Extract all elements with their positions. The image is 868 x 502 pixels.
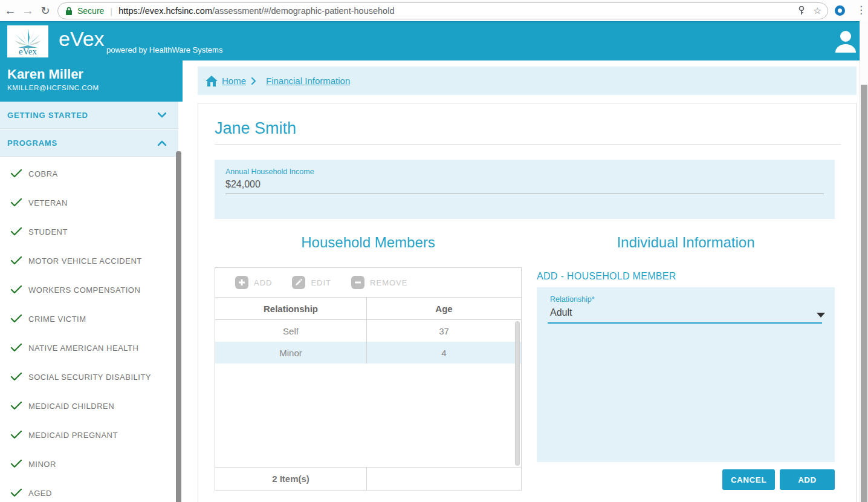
income-input-underline xyxy=(225,194,824,194)
extension-icon[interactable] xyxy=(835,5,845,16)
user-account-icon[interactable] xyxy=(833,28,858,57)
sidebar-scrollbar-thumb[interactable] xyxy=(176,151,181,502)
user-email: KMILLER@HCFSINC.COM xyxy=(7,84,175,91)
password-key-icon[interactable] xyxy=(798,6,805,16)
breadcrumb-chevron-icon xyxy=(251,77,256,85)
check-icon xyxy=(10,315,23,323)
income-input[interactable]: $24,000 xyxy=(225,179,261,190)
add-household-member-subtitle: ADD - HOUSEHOLD MEMBER xyxy=(537,271,676,282)
remove-button-label: REMOVE xyxy=(370,278,407,287)
dropdown-arrow-icon[interactable] xyxy=(817,313,825,318)
screen: ← → ↻ Secure | https://evex.hcfsinc.com/… xyxy=(0,0,868,502)
sidebar: Karen Miller KMILLER@HCFSINC.COM GETTING… xyxy=(0,60,183,502)
user-name: Karen Miller xyxy=(7,67,175,82)
content-card: Jane Smith Annual Household Income $24,0… xyxy=(198,103,857,502)
sidebar-section-programs[interactable]: PROGRAMS xyxy=(0,129,178,157)
sidebar-item-crime-victim[interactable]: CRIME VICTIM xyxy=(0,304,175,333)
add-button[interactable]: ADD xyxy=(780,469,835,490)
sidebar-item-motor-vehicle-accident[interactable]: MOTOR VEHICLE ACCIDENT xyxy=(0,246,175,275)
program-label: MEDICAID CHILDREN xyxy=(28,402,114,411)
item-count: 2 Item(s) xyxy=(215,468,367,490)
add-member-button[interactable]: ADD xyxy=(235,276,272,289)
sidebar-item-medicaid-pregnant[interactable]: MEDICAID PREGNANT xyxy=(0,420,175,449)
sidebar-item-workers-compensation[interactable]: WORKERS COMPENSATION xyxy=(0,275,175,304)
relationship-label: Relationship* xyxy=(550,295,595,304)
section-label: PROGRAMS xyxy=(7,139,57,148)
sidebar-section-getting-started[interactable]: GETTING STARTED xyxy=(0,102,178,129)
program-label: STUDENT xyxy=(28,227,68,236)
chevron-up-icon xyxy=(158,140,166,146)
cell-relationship: Minor xyxy=(215,342,367,363)
minus-icon xyxy=(351,276,364,289)
program-label: MOTOR VEHICLE ACCIDENT xyxy=(28,256,142,266)
sidebar-item-minor[interactable]: MINOR xyxy=(0,449,175,478)
lock-icon xyxy=(65,7,73,16)
svg-text:eVex: eVex xyxy=(19,47,37,56)
cell-age: 37 xyxy=(367,320,521,342)
check-icon xyxy=(10,256,23,265)
home-icon[interactable] xyxy=(206,76,218,86)
sidebar-item-medicaid-children[interactable]: MEDICAID CHILDREN xyxy=(0,391,175,420)
sidebar-item-native-american-health[interactable]: NATIVE AMERICAN HEALTH xyxy=(0,333,175,362)
reload-icon[interactable]: ↻ xyxy=(36,0,54,21)
table-scrollbar-thumb[interactable] xyxy=(515,321,520,466)
program-label: WORKERS COMPENSATION xyxy=(28,285,140,295)
cancel-button[interactable]: CANCEL xyxy=(722,469,775,490)
url-path: /assessment/#/demographic-patient-househ… xyxy=(212,6,394,16)
check-icon xyxy=(10,402,23,410)
sidebar-item-cobra[interactable]: COBRA xyxy=(0,159,175,188)
app-name: eVex xyxy=(59,27,105,51)
secure-label: Secure xyxy=(77,6,104,16)
remove-member-button[interactable]: REMOVE xyxy=(351,276,407,289)
page-scrollbar-thumb[interactable] xyxy=(861,85,867,502)
program-label: MEDICAID PREGNANT xyxy=(28,431,118,440)
powered-by-label: powered by HealthWare Systems xyxy=(106,45,222,54)
edit-member-button[interactable]: EDIT xyxy=(292,276,331,289)
breadcrumb-home-link[interactable]: Home xyxy=(222,76,246,86)
check-icon xyxy=(10,344,23,352)
column-header-relationship[interactable]: Relationship xyxy=(215,298,367,319)
section-label: GETTING STARTED xyxy=(7,111,88,120)
sidebar-item-social-security-disability[interactable]: SOCIAL SECURITY DISABILITY xyxy=(0,362,175,391)
sidebar-user-block: Karen Miller KMILLER@HCFSINC.COM xyxy=(0,60,183,102)
sidebar-item-aged[interactable]: AGED xyxy=(0,478,175,502)
address-bar[interactable]: Secure | https://evex.hcfsinc.com/assess… xyxy=(57,2,828,19)
individual-form-panel: Relationship* Adult xyxy=(537,287,835,462)
forward-icon[interactable]: → xyxy=(19,0,37,21)
browser-menu-icon[interactable]: ⋮ xyxy=(856,4,866,16)
add-button-label: ADD xyxy=(254,278,272,287)
table-footer: 2 Item(s) xyxy=(215,467,521,490)
cell-age: 4 xyxy=(367,342,521,363)
bookmark-star-icon[interactable]: ☆ xyxy=(814,5,821,16)
check-icon xyxy=(10,373,23,381)
table-row[interactable]: Minor 4 xyxy=(215,342,521,363)
program-label: SOCIAL SECURITY DISABILITY xyxy=(28,373,151,382)
back-icon[interactable]: ← xyxy=(1,0,19,21)
income-label: Annual Household Income xyxy=(225,168,314,176)
sidebar-item-student[interactable]: STUDENT xyxy=(0,217,175,246)
breadcrumb: Home Financial Information xyxy=(198,67,857,95)
check-icon xyxy=(10,227,23,236)
relationship-select-underline xyxy=(548,322,822,324)
chevron-down-icon xyxy=(158,112,166,118)
edit-button-label: EDIT xyxy=(311,278,331,287)
relationship-select[interactable]: Adult xyxy=(550,307,572,318)
table-toolbar: ADD EDIT REMOVE xyxy=(215,268,521,298)
household-members-title: Household Members xyxy=(215,234,522,251)
app-header: eVex eVex powered by HealthWare Systems xyxy=(0,21,868,60)
check-icon xyxy=(10,285,23,294)
check-icon xyxy=(10,169,23,178)
program-label: COBRA xyxy=(28,169,58,178)
check-icon xyxy=(10,489,23,497)
check-icon xyxy=(10,460,23,468)
page-title: Jane Smith xyxy=(215,119,296,138)
sidebar-item-veteran[interactable]: VETERAN xyxy=(0,188,175,217)
browser-toolbar: ← → ↻ Secure | https://evex.hcfsinc.com/… xyxy=(0,0,868,21)
url-host: https://evex.hcfsinc.com xyxy=(118,6,212,16)
breadcrumb-current-link[interactable]: Financial Information xyxy=(266,76,350,86)
table-row[interactable]: Self 37 xyxy=(215,320,521,342)
cell-relationship: Self xyxy=(215,320,367,342)
program-label: VETERAN xyxy=(28,198,68,207)
column-header-age[interactable]: Age xyxy=(367,298,521,319)
check-icon xyxy=(10,198,23,207)
